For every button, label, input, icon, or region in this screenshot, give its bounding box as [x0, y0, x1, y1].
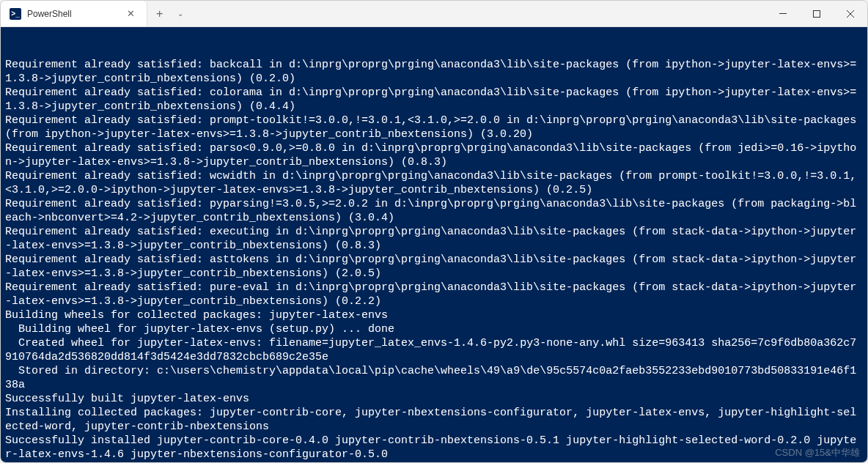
terminal-line: Requirement already satisfied: pyparsing…: [5, 197, 863, 225]
window: >_ PowerShell ✕ + ⌄ Requirement already …: [0, 0, 868, 463]
close-icon: [847, 10, 854, 18]
tab-title: PowerShell: [27, 9, 118, 19]
prompt-line: (base) PS C:\Users\Chemistry> jupyter co…: [5, 462, 863, 462]
tab-close-button[interactable]: ✕: [124, 7, 138, 21]
terminal-line: Building wheel for jupyter-latex-envs (s…: [5, 322, 863, 336]
terminal-line: Created wheel for jupyter-latex-envs: fi…: [5, 336, 863, 364]
terminal-line: Requirement already satisfied: pure-eval…: [5, 281, 863, 308]
window-controls: [766, 1, 867, 26]
maximize-button[interactable]: [800, 1, 834, 26]
minimize-icon: [779, 13, 787, 14]
terminal-line: Building wheels for collected packages: …: [5, 308, 863, 322]
terminal-line: Requirement already satisfied: parso<0.9…: [5, 141, 863, 169]
svg-rect-0: [779, 13, 787, 14]
maximize-icon: [813, 10, 820, 18]
svg-rect-1: [814, 10, 820, 17]
terminal-content: Requirement already satisfied: backcall …: [5, 58, 863, 462]
terminal-output[interactable]: Requirement already satisfied: backcall …: [1, 27, 867, 462]
terminal-line: Successfully built jupyter-latex-envs: [5, 392, 863, 406]
terminal-line: Successfully installed jupyter-contrib-c…: [5, 434, 863, 462]
terminal-line: Installing collected packages: jupyter-c…: [5, 406, 863, 434]
terminal-line: Requirement already satisfied: backcall …: [5, 58, 863, 86]
terminal-line: Requirement already satisfied: colorama …: [5, 86, 863, 114]
new-tab-button[interactable]: +: [147, 7, 172, 21]
titlebar: >_ PowerShell ✕ + ⌄: [1, 1, 867, 27]
tab-dropdown-button[interactable]: ⌄: [172, 10, 189, 18]
terminal-line: Requirement already satisfied: wcwidth i…: [5, 169, 863, 197]
close-button[interactable]: [834, 1, 867, 26]
titlebar-left: >_ PowerShell ✕ + ⌄: [1, 1, 189, 26]
terminal-line: Requirement already satisfied: asttokens…: [5, 253, 863, 281]
terminal-line: Stored in directory: c:\users\chemistry\…: [5, 364, 863, 392]
terminal-line: Requirement already satisfied: executing…: [5, 225, 863, 253]
tab-powershell[interactable]: >_ PowerShell ✕: [1, 1, 147, 26]
terminal-line: Requirement already satisfied: prompt-to…: [5, 114, 863, 141]
powershell-icon: >_: [10, 8, 21, 20]
minimize-button[interactable]: [766, 1, 800, 26]
